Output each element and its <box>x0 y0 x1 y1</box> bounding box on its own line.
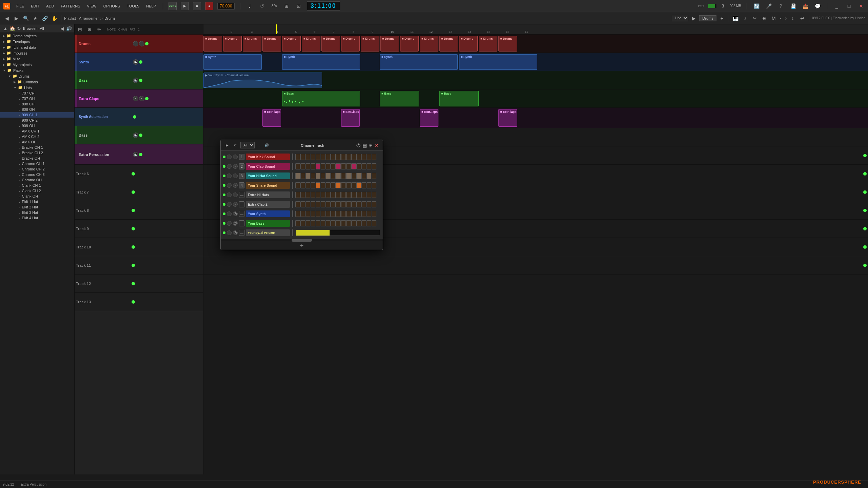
undo-icon[interactable]: ↩ <box>798 14 806 22</box>
save-icon[interactable]: 💾 <box>789 2 797 10</box>
track-shrink-extra-claps[interactable]: ▼ <box>139 96 144 101</box>
ch-name-hihat[interactable]: Your HiHat Sound <box>246 172 290 179</box>
ch-solo-snare[interactable]: − <box>233 183 238 188</box>
ch-pad[interactable] <box>356 154 361 160</box>
ch-pad[interactable] <box>321 192 326 198</box>
ch-pad[interactable] <box>346 201 351 207</box>
menu-options[interactable]: OPTIONS <box>102 3 122 9</box>
ch-pad[interactable] <box>295 173 300 179</box>
track-collapse-bass2[interactable] <box>75 126 77 144</box>
clip-synth-2[interactable]: ■ Synth <box>282 54 360 70</box>
ch-pad[interactable] <box>372 201 376 207</box>
ch-pad[interactable] <box>336 201 341 207</box>
clip-drums-8[interactable]: ■ Drums <box>341 36 360 52</box>
ch-pad[interactable] <box>361 154 366 160</box>
ch-pad[interactable] <box>336 211 341 217</box>
ch-pad[interactable] <box>326 211 331 217</box>
mic-icon[interactable]: 🎤 <box>765 2 773 10</box>
ch-pad[interactable] <box>346 220 351 226</box>
sidebar-item-file-13[interactable]: ♪Chromo CH 1 <box>0 161 74 166</box>
clip-drums-6[interactable]: ■ Drums <box>302 36 320 52</box>
menu-edit[interactable]: EDIT <box>29 3 41 9</box>
ch-pad[interactable] <box>372 192 376 198</box>
ch-mute-clap[interactable] <box>227 164 232 169</box>
ch-pad[interactable] <box>331 173 336 179</box>
clip-drums-15[interactable]: ■ Drums <box>479 36 497 52</box>
ch-pad[interactable] <box>316 163 320 169</box>
ch-pad[interactable] <box>326 192 331 198</box>
ch-pad[interactable] <box>300 201 305 207</box>
ch-pad[interactable] <box>331 211 336 217</box>
ch-pad[interactable] <box>331 220 336 226</box>
clip-extra-perc-2[interactable]: ■ Extr..laps <box>341 109 360 127</box>
sidebar-nav-refresh[interactable]: ↻ <box>16 26 22 31</box>
ch-name-bass[interactable]: Your Bass <box>246 220 290 227</box>
ch-pad[interactable] <box>316 192 320 198</box>
add-channel-btn[interactable]: + <box>300 242 304 249</box>
snap-icon[interactable]: ⊡ <box>295 2 303 10</box>
ch-pad[interactable] <box>341 211 346 217</box>
ch-pad[interactable] <box>305 173 310 179</box>
ch-pad[interactable] <box>341 201 346 207</box>
track-header-move-icon[interactable]: ⊕ <box>85 25 94 34</box>
clip-synth-4[interactable]: ■ Synth <box>459 54 537 70</box>
grid-icon[interactable]: ⊞ <box>282 2 291 10</box>
track-header-pencil-icon[interactable]: ✏ <box>95 25 103 34</box>
sidebar-item-cymbals[interactable]: ▶ 📁 Cymbals <box>0 79 74 85</box>
ch-num-clap[interactable]: 2 <box>239 163 244 169</box>
sidebar-item-file-21[interactable]: ♪Ekit 2 Hat <box>0 204 74 210</box>
ch-pad[interactable] <box>336 192 341 198</box>
ch-pad[interactable] <box>295 182 300 188</box>
ch-pad[interactable] <box>326 154 331 160</box>
ch-pad[interactable] <box>346 211 351 217</box>
sidebar-speaker-icon[interactable]: 🔊 <box>66 26 72 31</box>
sidebar-item-file-18[interactable]: ♪Clank CH 2 <box>0 188 74 194</box>
browser-grab-icon[interactable]: ✋ <box>50 14 58 22</box>
ch-solo-extra-clap2[interactable]: − <box>233 202 238 207</box>
ch-mute-extra-hi-hats[interactable] <box>227 192 232 197</box>
track-collapse-drums[interactable] <box>75 35 77 53</box>
ch-pad[interactable] <box>356 182 361 188</box>
ch-pad[interactable] <box>295 201 300 207</box>
sidebar-item-file-8[interactable]: ♪AMX CH 2 <box>0 134 74 139</box>
sidebar-item-demo[interactable]: ▶ 📁 Demo projects <box>0 33 74 39</box>
mixer-icon[interactable]: 🔄 <box>752 2 761 10</box>
glue-icon[interactable]: ⊕ <box>760 14 768 22</box>
menu-tools[interactable]: TOOLS <box>125 3 141 9</box>
menu-patterns[interactable]: PATTERNS <box>60 3 82 9</box>
chat-icon[interactable]: 💬 <box>813 2 822 10</box>
metronome-icon[interactable]: ♩ <box>246 2 254 10</box>
clip-drums-16[interactable]: ■ Drums <box>498 36 517 52</box>
add-pattern-icon[interactable]: + <box>718 14 726 22</box>
ch-pad[interactable] <box>356 173 361 179</box>
ch-volume-bar[interactable] <box>296 230 380 236</box>
ch-pad[interactable] <box>321 211 326 217</box>
sidebar-item-impulses[interactable]: ▶ 📁 Impulses <box>0 50 74 56</box>
ch-mute-hihat[interactable] <box>227 174 232 178</box>
ch-pad[interactable] <box>336 220 341 226</box>
window-min[interactable]: _ <box>833 2 841 10</box>
nav-forward[interactable]: ▶ <box>12 14 20 22</box>
ch-num-kick[interactable]: 1 <box>239 154 244 160</box>
clip-drums-13[interactable]: ■ Drums <box>439 36 458 52</box>
ch-pad[interactable] <box>336 182 341 188</box>
sidebar-item-file-14[interactable]: ♪Chromo CH 2 <box>0 166 74 172</box>
clip-drums-12[interactable]: ■ Drums <box>420 36 438 52</box>
ch-mute-kick[interactable] <box>227 155 232 159</box>
ch-pad[interactable] <box>300 173 305 179</box>
ch-pad[interactable] <box>300 154 305 160</box>
sidebar-item-file-3[interactable]: ♪808 OH <box>0 107 74 112</box>
track-collapse-synth-auto[interactable] <box>75 108 77 126</box>
channel-rack-scrollbar[interactable] <box>221 239 383 242</box>
sidebar-item-file-7[interactable]: ♪AMX CH 1 <box>0 128 74 134</box>
track-collapse-bass[interactable] <box>75 71 77 89</box>
sidebar-item-hats[interactable]: ▼ 📁 Hats <box>0 85 74 90</box>
clip-extra-perc-3[interactable]: ■ Extr..laps <box>420 109 438 127</box>
ch-pad[interactable] <box>346 173 351 179</box>
sidebar-item-il[interactable]: ▶ 📁 IL shared data <box>0 44 74 50</box>
ch-rack-play-btn[interactable]: ▶ <box>224 142 230 148</box>
menu-add[interactable]: ADD <box>45 3 55 9</box>
sidebar-item-file-0[interactable]: ♪707 CH <box>0 90 74 96</box>
clip-synth-3[interactable]: ■ Synth <box>380 54 458 70</box>
ch-pad[interactable] <box>341 220 346 226</box>
